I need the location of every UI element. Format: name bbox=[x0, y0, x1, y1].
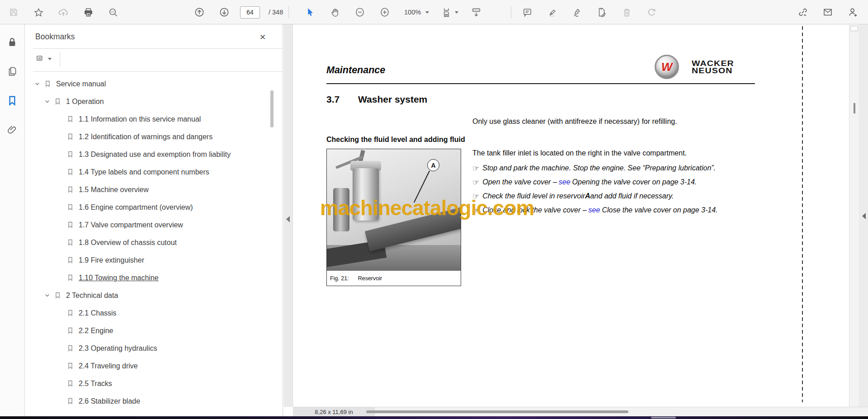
bookmark-item[interactable]: 1.6 Engine compartment (overview) bbox=[25, 198, 283, 216]
bookmark-item[interactable]: Service manual bbox=[25, 75, 283, 93]
vertical-scrollbar-thumb[interactable] bbox=[854, 103, 855, 113]
previous-page-icon[interactable] bbox=[190, 3, 208, 21]
bookmark-item[interactable]: 1.5 Machine overview bbox=[25, 181, 283, 198]
bookmark-item[interactable]: 2 Technical data bbox=[25, 287, 283, 304]
bookmark-item[interactable]: 2.1 Chassis bbox=[25, 304, 283, 322]
chevron-down-icon[interactable] bbox=[32, 79, 42, 89]
scroll-mode-icon[interactable] bbox=[467, 3, 485, 21]
bookmark-item-label: 1.10 Towing the machine bbox=[79, 274, 159, 282]
bookmark-icon bbox=[65, 361, 75, 371]
panel-splitter[interactable] bbox=[283, 24, 293, 407]
tree-indent bbox=[54, 273, 65, 283]
bookmark-options-button[interactable] bbox=[33, 52, 54, 65]
bookmark-item[interactable]: 1.8 Overview of chassis cutout bbox=[25, 234, 283, 251]
bookmark-icon bbox=[65, 344, 75, 353]
close-icon[interactable]: ✕ bbox=[255, 30, 270, 44]
share-link-icon[interactable] bbox=[794, 3, 812, 21]
redo-icon[interactable] bbox=[642, 3, 660, 21]
step-text: Opening the valve cover on page 3-14. bbox=[572, 178, 697, 186]
bookmark-icon bbox=[42, 79, 52, 89]
panel-scrollbar[interactable] bbox=[270, 90, 274, 127]
bookmark-item[interactable]: 2.2 Engine bbox=[25, 322, 283, 339]
vertical-scrollbar[interactable] bbox=[849, 25, 859, 407]
toolbar-nav-group: / 348 bbox=[190, 3, 283, 21]
zoom-in-icon[interactable] bbox=[376, 3, 394, 21]
bookmark-item-label: Service manual bbox=[56, 80, 106, 88]
bookmark-item[interactable]: 2.4 Traveling drive bbox=[25, 357, 283, 375]
copy-pages-icon[interactable] bbox=[4, 63, 21, 80]
page-total-label: / 348 bbox=[269, 9, 283, 16]
fit-page-dropdown[interactable] bbox=[439, 7, 460, 18]
bookmark-item-label: 2.6 Stabilizer blade bbox=[79, 397, 140, 405]
fill-sign-icon[interactable] bbox=[593, 3, 611, 21]
zoom-level-dropdown[interactable]: 100% bbox=[401, 6, 433, 19]
bookmark-icon bbox=[65, 308, 75, 318]
bookmarks-panel-title: Bookmarks bbox=[35, 32, 75, 42]
bookmark-item-label: 2.2 Engine bbox=[79, 327, 113, 335]
tree-indent bbox=[54, 202, 65, 213]
bookmark-icon bbox=[52, 291, 62, 301]
print-icon[interactable] bbox=[79, 3, 97, 21]
bookmark-item[interactable]: 2.6 Stabilizer blade bbox=[25, 392, 283, 410]
lock-icon[interactable] bbox=[4, 33, 21, 51]
panel-divider bbox=[33, 71, 283, 72]
search-icon[interactable] bbox=[104, 3, 122, 21]
bookmark-item[interactable]: 1.10 Towing the machine bbox=[25, 269, 283, 287]
bookmark-icon bbox=[65, 132, 75, 142]
figure-caption-text: Reservoir bbox=[358, 275, 382, 282]
toolbar-view-group: 100% bbox=[301, 3, 485, 21]
bookmarks-panel-icon[interactable] bbox=[4, 92, 21, 109]
wacker-neuson-logo: W WACKER NEUSON bbox=[655, 55, 734, 79]
save-icon[interactable] bbox=[5, 3, 23, 21]
tree-indent bbox=[54, 149, 65, 160]
comment-icon[interactable] bbox=[518, 3, 536, 21]
bookmark-item[interactable]: 1.9 Fire extinguisher bbox=[25, 251, 283, 269]
star-icon[interactable] bbox=[29, 3, 47, 21]
bookmark-item[interactable]: 1 Operation bbox=[25, 93, 283, 110]
bookmark-item[interactable]: 2.5 Tracks bbox=[25, 375, 283, 392]
bookmark-icon bbox=[65, 202, 75, 212]
chevron-down-icon[interactable] bbox=[42, 96, 52, 107]
figure-caption-label: Fig. 21: bbox=[330, 275, 349, 282]
page-number-input[interactable] bbox=[240, 6, 260, 19]
attachments-icon[interactable] bbox=[4, 122, 21, 139]
delete-icon[interactable] bbox=[618, 3, 636, 21]
page-header-title: Maintenance bbox=[326, 65, 385, 76]
chevron-down-icon[interactable] bbox=[42, 290, 52, 301]
instruction-step: ☞Open the valve cover – see Opening the … bbox=[472, 177, 735, 191]
bookmark-item-label: 1.3 Designated use and exemption from li… bbox=[79, 151, 231, 159]
zoom-out-icon[interactable] bbox=[351, 3, 369, 21]
highlighter-icon[interactable] bbox=[543, 3, 561, 21]
panel-divider bbox=[33, 48, 283, 49]
chevron-down-icon bbox=[48, 58, 52, 60]
email-icon[interactable] bbox=[819, 3, 837, 21]
collapse-panel-icon[interactable] bbox=[286, 216, 290, 222]
bookmark-item-label: 1.4 Type labels and component numbers bbox=[79, 168, 209, 176]
logo-monogram: W bbox=[661, 60, 673, 74]
next-page-icon[interactable] bbox=[215, 3, 233, 21]
horizontal-scrollbar-thumb[interactable] bbox=[366, 410, 628, 413]
bookmark-item[interactable]: 2.3 Operating hydraulics bbox=[25, 339, 283, 357]
bookmark-item[interactable]: 1.7 Valve compartment overview bbox=[25, 216, 283, 234]
signature-icon[interactable] bbox=[568, 3, 586, 21]
subheading: Checking the fluid level and adding flui… bbox=[326, 136, 465, 144]
bookmark-item[interactable]: 1.1 Information on this service manual bbox=[25, 110, 283, 128]
bookmark-item[interactable]: 1.3 Designated use and exemption from li… bbox=[25, 146, 283, 163]
body-lead-text: The tank filler inlet is located on the … bbox=[472, 149, 735, 163]
pointing-hand-icon: ☞ bbox=[472, 178, 479, 187]
select-tool-icon[interactable] bbox=[301, 3, 319, 21]
cloud-upload-icon[interactable] bbox=[54, 3, 72, 21]
collapse-right-panel-icon[interactable] bbox=[862, 213, 866, 219]
hand-tool-icon[interactable] bbox=[326, 3, 344, 21]
bookmark-item[interactable]: 1.2 Identification of warnings and dange… bbox=[25, 128, 283, 146]
vertical-scrollbar-button[interactable] bbox=[850, 26, 858, 31]
see-link[interactable]: see bbox=[559, 178, 571, 186]
tree-indent bbox=[54, 396, 65, 407]
chevron-down-icon bbox=[455, 11, 458, 14]
step-text: Stop and park the machine. Stop the engi… bbox=[482, 164, 716, 172]
bookmark-item[interactable]: 1.4 Type labels and component numbers bbox=[25, 163, 283, 181]
bookmark-icon bbox=[65, 238, 75, 248]
see-link[interactable]: see bbox=[589, 206, 600, 214]
intro-text: Only use glass cleaner (with antifreeze … bbox=[472, 118, 677, 126]
add-user-icon[interactable] bbox=[844, 3, 862, 21]
